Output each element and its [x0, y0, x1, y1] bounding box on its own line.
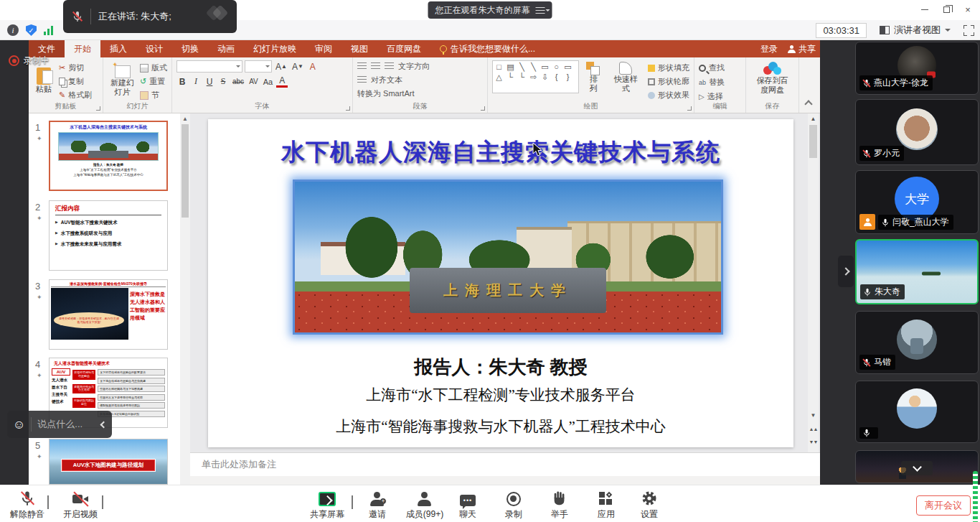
shape-option[interactable]: △ [494, 72, 504, 82]
tab-home[interactable]: 开始 [65, 40, 100, 57]
font-name-select[interactable] [176, 60, 242, 73]
signin-button[interactable]: 登录 [760, 43, 778, 55]
align-left-icon[interactable] [357, 76, 367, 84]
find-button[interactable]: 查找 [699, 62, 741, 74]
shape-outline-button[interactable]: 形状轮廓 [648, 75, 689, 88]
watching-banner[interactable]: 您正在观看朱大奇的屏幕 [428, 1, 552, 19]
tab-baidu-netdisk[interactable]: 百度网盘 [377, 40, 430, 57]
tab-view[interactable]: 视图 [341, 40, 377, 57]
collapse-chat-icon[interactable] [100, 421, 108, 428]
main-scrollbar[interactable]: ▲ ▼ ▲▲ ▼▼ [808, 113, 819, 452]
bullets-icon[interactable] [357, 62, 367, 70]
participant-tile[interactable] [855, 381, 979, 443]
participant-tile-active-speaker[interactable]: 朱大奇 [855, 239, 979, 304]
minimize-button[interactable] [914, 0, 936, 19]
cut-button[interactable]: ✂剪切 [59, 62, 92, 74]
font-color-button[interactable]: A [276, 75, 288, 88]
close-button[interactable]: × [957, 0, 979, 19]
shape-option[interactable]: ╲ [517, 62, 527, 72]
shape-option[interactable]: ▤ [506, 62, 515, 72]
participants-scrollbar[interactable] [973, 471, 978, 522]
thumbnail-scrollbar[interactable]: ▲ [180, 113, 190, 485]
align-text-button[interactable]: 对齐文本 [371, 74, 402, 86]
dialog-launcher[interactable] [346, 106, 350, 111]
shape-option[interactable]: { [552, 72, 561, 82]
text-direction-button[interactable]: 文字方向 [398, 60, 430, 73]
shape-option[interactable]: □ [494, 62, 504, 72]
format-painter-button[interactable]: ✎格式刷 [59, 89, 92, 101]
numbering-icon[interactable] [371, 62, 380, 70]
notes-pane[interactable]: 单击此处添加备注 [190, 452, 820, 476]
shadow-button[interactable]: S [217, 75, 229, 88]
italic-button[interactable]: I [190, 75, 202, 88]
slide-canvas[interactable]: 水下机器人深海自主搜索关键技术与系统 上海理工大学 报告人：朱大奇 教授 上海市… [208, 119, 793, 447]
banner-menu-icon[interactable] [536, 7, 545, 14]
emoji-icon[interactable]: ☺ [13, 419, 25, 431]
slide-thumbnail-5[interactable]: AUV水下地图构建与路径规划 [49, 439, 168, 485]
scroll-down-arrow[interactable]: ▼ [808, 410, 819, 421]
slide-thumbnail-3[interactable]: 潜水器深海搜救案例-蓝鳍金枪鱼MH370失联搜寻 搜寻关键难题：深海搜寻关键技术… [49, 279, 168, 350]
participant-tile[interactable]: 燕山大学-徐龙 [855, 42, 979, 95]
leave-meeting-button[interactable]: 离开会议 [916, 495, 971, 516]
copy-button[interactable]: 复制 [59, 75, 92, 88]
chat-button[interactable]: ••• 聊天 [445, 489, 491, 521]
clear-format-button[interactable]: A [307, 60, 319, 73]
section-button[interactable]: 节 [140, 89, 167, 101]
security-shield-icon[interactable]: ✓ [26, 24, 37, 36]
mic-options-caret[interactable] [47, 495, 49, 509]
tab-transitions[interactable]: 切换 [172, 40, 208, 57]
strikethrough-button[interactable]: abc [231, 75, 245, 88]
settings-button[interactable]: 设置 [626, 489, 672, 521]
tell-me-search[interactable]: 告诉我您想要做什么... [430, 40, 545, 57]
tab-design[interactable]: 设计 [136, 40, 172, 57]
participant-tile[interactable]: 大学 闫敬_燕山大学 [855, 170, 979, 234]
unmute-button[interactable]: 解除静音 [4, 489, 50, 521]
shape-option[interactable]: └ [506, 72, 515, 82]
shape-effects-button[interactable]: 形状效果 [648, 89, 689, 101]
dialog-launcher[interactable] [687, 106, 692, 111]
shrink-font-button[interactable]: A▼ [291, 60, 305, 73]
layout-button[interactable]: 版式 [140, 62, 167, 74]
tab-review[interactable]: 审阅 [306, 40, 341, 57]
participant-tile[interactable]: 马锴 [855, 311, 979, 374]
replace-button[interactable]: ab替换 [699, 76, 741, 88]
tab-insert[interactable]: 插入 [100, 40, 136, 57]
shape-fill-button[interactable]: 形状填充 [648, 62, 689, 74]
share-button[interactable]: 共享 [788, 43, 816, 55]
collapse-ribbon-button[interactable] [804, 100, 812, 108]
record-button[interactable]: 录制 [491, 489, 537, 521]
indent-icon[interactable] [385, 62, 394, 70]
sidebar-collapse-button[interactable] [838, 256, 854, 287]
share-options-caret[interactable] [352, 495, 353, 509]
fullscreen-button[interactable] [963, 25, 974, 36]
slide-thumbnail-1[interactable]: 水下机器人深海自主搜索关键技术与系统 报告人：朱大奇 教授 上海市“水下工程检测… [49, 121, 168, 191]
shape-option[interactable]: ○ [552, 62, 561, 72]
reset-button[interactable]: ↺重置 [140, 75, 167, 88]
save-to-netdisk-button[interactable]: 保存到百度网盘 [752, 60, 793, 95]
shape-option[interactable]: ▭ [540, 62, 550, 72]
underline-button[interactable]: U [204, 75, 215, 88]
scroll-up-arrow[interactable]: ▲ [808, 113, 819, 124]
char-spacing-button[interactable]: AV [248, 75, 260, 88]
quick-styles-button[interactable]: 快速样式 [608, 60, 644, 94]
change-case-button[interactable]: Aa [262, 75, 274, 88]
grow-font-button[interactable]: A▲ [274, 60, 288, 73]
bold-button[interactable]: B [176, 75, 188, 88]
shape-option[interactable]: ⇩ [540, 72, 550, 82]
participant-tile[interactable]: 罗小元 [855, 99, 979, 165]
meeting-info-icon[interactable]: i [7, 24, 19, 36]
scroll-participants-down[interactable] [901, 461, 933, 475]
members-button[interactable]: 成员(99+) [399, 489, 451, 521]
shape-option[interactable]: ▭ [563, 62, 573, 72]
view-mode-select[interactable]: 演讲者视图 [875, 22, 955, 38]
video-options-caret[interactable] [102, 495, 103, 509]
dialog-launcher[interactable] [96, 106, 100, 111]
participant-tile-partial[interactable] [855, 450, 979, 483]
scroll-up-arrow[interactable]: ▲ [180, 113, 190, 123]
apps-button[interactable]: 应用 [583, 489, 629, 521]
shape-option[interactable]: └ [517, 72, 527, 82]
paste-button[interactable]: 粘贴 [33, 66, 55, 95]
invite-button[interactable]: + 邀请 [354, 489, 400, 521]
new-slide-button[interactable]: 新建幻灯片 [108, 64, 137, 98]
shape-option[interactable]: ╲ [529, 62, 538, 72]
